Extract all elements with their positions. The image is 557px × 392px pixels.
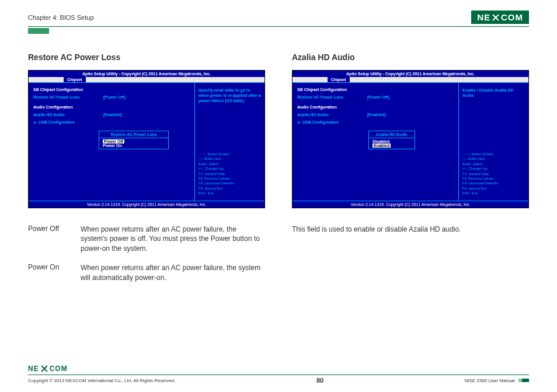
popup-title: Azalia HD Audio [369, 132, 415, 138]
bios-tabs: Chipset [293, 77, 528, 82]
arrow-right-icon: ► [297, 120, 301, 124]
desc-term-poweroff: Power Off [28, 225, 81, 254]
right-column: Azalia HD Audio Aptio Setup Utility - Co… [292, 52, 529, 292]
description-block: This field is used to enable or disable … [292, 225, 529, 235]
bios-screenshot-azalia: Aptio Setup Utility - Copyright (C) 2011… [292, 70, 529, 208]
page-number: 80 [316, 377, 323, 384]
bios-tab-chipset: Chipset [328, 77, 350, 82]
accent-tab [28, 28, 49, 34]
popup-opt-poweron: Power On [99, 144, 168, 148]
desc-term-poweron: Power On [28, 263, 81, 283]
bios-key-legend: →←: Select Screen ↑↓: Select Item Enter:… [462, 152, 525, 196]
footer-squares-icon [518, 379, 529, 382]
chapter-label: Chapter 4: BIOS Setup [28, 14, 94, 21]
brand-logo: NE COM [471, 10, 529, 24]
copyright-text: Copyright © 2013 NEXCOM International Co… [28, 378, 176, 383]
section-title-azalia: Azalia HD Audio [292, 52, 529, 62]
logo-x-icon [40, 364, 49, 373]
bios-footer: Version 2.14.1219. Copyright (C) 2011 Am… [293, 201, 528, 208]
usb-config-link: ►USB Configuration [33, 120, 190, 124]
manual-name: NISE 2300 User Manual [465, 378, 530, 383]
logo-x-icon [491, 13, 500, 22]
section-title-restore: Restore AC Power Loss [28, 52, 265, 62]
bios-tab-chipset: Chipset [64, 77, 86, 82]
cfg-restore-label: Restore AC Power Loss [33, 95, 103, 99]
arrow-right-icon: ► [33, 120, 37, 124]
page-footer: NE COM Copyright © 2013 NEXCOM Internati… [28, 364, 529, 384]
cfg-azalia-value: [Enabled] [103, 113, 122, 117]
popup-opt-poweroff: Power Off [103, 139, 124, 144]
usb-config-link: ►USB Configuration [297, 120, 454, 124]
bios-header: Aptio Setup Utility - Copyright (C) 2011… [29, 71, 264, 77]
cfg-restore-label: Restore AC Power Loss [297, 95, 367, 99]
desc-text-poweron: When power returns after an AC power fai… [81, 263, 265, 283]
description-block: Power Off When power returns after an AC… [28, 225, 265, 283]
page-header: Chapter 4: BIOS Setup NE COM [28, 10, 529, 27]
footer-logo: NE COM [28, 364, 529, 373]
bios-help-text: Enable / Disable Azalia HD Audio [462, 88, 525, 128]
bios-screenshot-restore: Aptio Setup Utility - Copyright (C) 2011… [28, 70, 265, 208]
audio-heading: Audio Configuration [297, 105, 454, 109]
popup-title: Restore AC Power Loss [99, 132, 168, 138]
bios-footer: Version 2.14.1219. Copyright (C) 2011 Am… [29, 201, 264, 208]
cfg-heading: SB Chipset Configuration [297, 88, 454, 92]
bios-help-text: Specify what state to go to when power i… [199, 88, 261, 128]
cfg-azalia-label: Azalia HD Audio [297, 113, 367, 117]
cfg-heading: SB Chipset Configuration [33, 88, 190, 92]
desc-text-poweroff: When power returns after an AC power fai… [81, 225, 265, 254]
popup-opt-enabled: Enabled [373, 144, 391, 148]
cfg-restore-value: [Power Off] [367, 95, 389, 99]
popup-opt-disabled: Disabled [369, 139, 415, 144]
audio-heading: Audio Configuration [33, 105, 190, 109]
cfg-azalia-label: Azalia HD Audio [33, 113, 103, 117]
left-column: Restore AC Power Loss Aptio Setup Utilit… [28, 52, 265, 292]
cfg-restore-value: [Power Off] [103, 95, 126, 99]
bios-header: Aptio Setup Utility - Copyright (C) 2011… [293, 71, 528, 77]
cfg-azalia-value: [Enabled] [367, 113, 386, 117]
bios-key-legend: →←: Select Screen ↑↓: Select Item Enter:… [199, 152, 261, 196]
popup-restore: Restore AC Power Loss Power Off Power On [99, 131, 169, 149]
desc-text-azalia: This field is used to enable or disable … [292, 225, 529, 235]
bios-tabs: Chipset [29, 77, 264, 82]
popup-azalia: Azalia HD Audio Disabled Enabled [368, 131, 415, 149]
